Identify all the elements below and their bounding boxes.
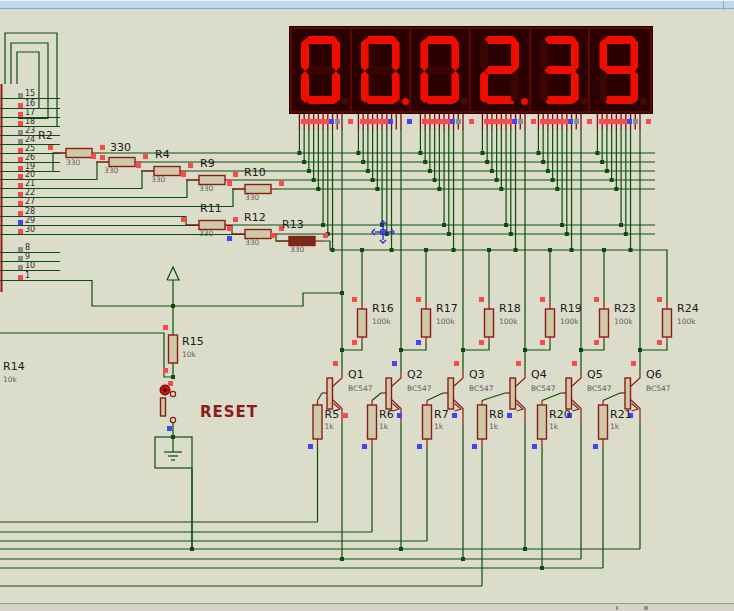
mcu-pin-marker xyxy=(18,148,23,153)
resistor-ref-label: R21 xyxy=(610,409,632,420)
segment-c xyxy=(511,71,519,103)
resistor-value-label: 1k xyxy=(489,423,498,431)
resistor-ref-label: R23 xyxy=(614,303,636,314)
schematic-canvas[interactable]: 1516171823242526192021222728293089101R23… xyxy=(0,0,734,611)
resistor-value-label: 1k xyxy=(610,423,619,431)
mcu-pin-number: 16 xyxy=(25,100,35,108)
segment-b xyxy=(630,39,638,71)
blue-terminal-marker xyxy=(227,236,232,241)
mcu-pin-marker xyxy=(18,220,23,225)
seven-seg-digit-3[interactable] xyxy=(411,29,471,111)
seven-seg-digit-6[interactable] xyxy=(590,29,650,111)
red-terminal-marker xyxy=(233,217,238,222)
mcu-pin-number: 20 xyxy=(25,171,35,179)
resistor-value-label: 100k xyxy=(372,318,391,326)
blue-terminal-marker xyxy=(167,426,172,431)
resistor-ref-label: R13 xyxy=(282,219,304,230)
mcu-pin-number: 10 xyxy=(25,262,35,270)
resistor-value-label: 100k xyxy=(677,318,696,326)
segment-b xyxy=(332,39,340,71)
segment-e xyxy=(480,71,488,103)
red-terminal-marker xyxy=(479,297,484,302)
segment-c xyxy=(332,71,340,103)
mcu-pin-marker xyxy=(18,247,23,252)
scrollbar-grip[interactable] xyxy=(644,606,648,610)
resistor-value-label: 330 xyxy=(66,159,80,167)
red-terminal-marker xyxy=(100,145,105,150)
decimal-point xyxy=(581,98,588,105)
resistor-ref-label: R4 xyxy=(155,149,170,160)
resistor-value-label: 1k xyxy=(325,423,334,431)
mcu-pin-marker xyxy=(18,229,23,234)
segment-b xyxy=(511,39,519,71)
mcu-pin-marker xyxy=(18,211,23,216)
red-terminal-marker xyxy=(163,325,168,330)
red-terminal-marker xyxy=(657,297,662,302)
blue-terminal-marker xyxy=(362,444,367,449)
segment-f xyxy=(540,39,548,71)
display-pin-marker xyxy=(627,119,632,124)
red-terminal-marker xyxy=(143,154,148,159)
red-terminal-marker xyxy=(343,413,348,418)
display-pin-marker xyxy=(348,119,353,124)
red-terminal-marker xyxy=(516,361,521,366)
red-terminal-marker xyxy=(631,361,636,366)
mcu-pin-marker xyxy=(18,157,23,162)
display-pin-marker xyxy=(329,119,334,124)
resistor-ref-label: R10 xyxy=(244,167,266,178)
seven-seg-digit-4[interactable] xyxy=(471,29,531,111)
transistor-part-label: BC547 xyxy=(469,385,494,393)
mcu-pin-marker xyxy=(18,275,23,280)
mcu-pin-number: 27 xyxy=(25,198,35,206)
transistor-ref-label: Q5 xyxy=(587,369,603,380)
mcu-pin-marker xyxy=(18,103,23,108)
red-terminal-marker xyxy=(323,233,328,238)
resistor-ref-label: 330 xyxy=(110,142,131,153)
mcu-pin-marker xyxy=(18,183,23,188)
resistor-value-label: 330 xyxy=(290,246,304,254)
red-terminal-marker xyxy=(594,297,599,302)
seven-seg-digit-1[interactable] xyxy=(292,29,352,111)
transistor-part-label: BC547 xyxy=(531,385,556,393)
mcu-pin-marker xyxy=(18,192,23,197)
resistor-value-label: 100k xyxy=(436,318,455,326)
red-terminal-marker xyxy=(352,297,357,302)
seven-seg-digit-2[interactable] xyxy=(352,29,412,111)
resistor-ref-label: R5 xyxy=(325,409,340,420)
mcu-pin-marker xyxy=(18,93,23,98)
seven-segment-display-bank[interactable] xyxy=(290,27,652,113)
mcu-pin-number: 25 xyxy=(25,145,35,153)
mcu-pin-number: 21 xyxy=(25,180,35,188)
reset-label: RESET xyxy=(200,405,258,420)
blue-terminal-marker xyxy=(532,444,537,449)
blue-terminal-marker xyxy=(472,444,477,449)
mcu-pin-marker xyxy=(18,112,23,117)
resistor-ref-label: R17 xyxy=(436,303,458,314)
mcu-pin-number: 8 xyxy=(25,244,30,252)
seven-seg-digit-5[interactable] xyxy=(531,29,591,111)
mcu-pin-marker xyxy=(18,130,23,135)
resistor-ref-label: R2 xyxy=(38,130,53,141)
segment-c xyxy=(571,71,579,103)
display-pin-marker xyxy=(388,119,393,124)
decimal-point xyxy=(640,98,647,105)
scrollbar-grip[interactable] xyxy=(616,606,618,610)
horizontal-scrollbar[interactable] xyxy=(0,603,734,611)
display-pin-marker xyxy=(456,119,461,124)
red-terminal-marker xyxy=(657,340,662,345)
red-terminal-marker xyxy=(233,172,238,177)
display-pin-marker xyxy=(518,119,523,124)
segment-c xyxy=(630,71,638,103)
red-terminal-marker xyxy=(572,361,577,366)
mcu-pin-number: 24 xyxy=(25,136,35,144)
blue-terminal-marker xyxy=(416,340,421,345)
red-terminal-marker xyxy=(136,163,141,168)
segment-e xyxy=(361,71,369,103)
segment-f xyxy=(301,39,309,71)
resistor-value-label: 100k xyxy=(560,318,579,326)
mcu-pin-marker xyxy=(18,174,23,179)
display-pin-marker xyxy=(450,119,455,124)
red-terminal-marker xyxy=(168,381,173,386)
mcu-pin-number: 9 xyxy=(25,253,30,261)
resistor-value-label: 1k xyxy=(434,423,443,431)
